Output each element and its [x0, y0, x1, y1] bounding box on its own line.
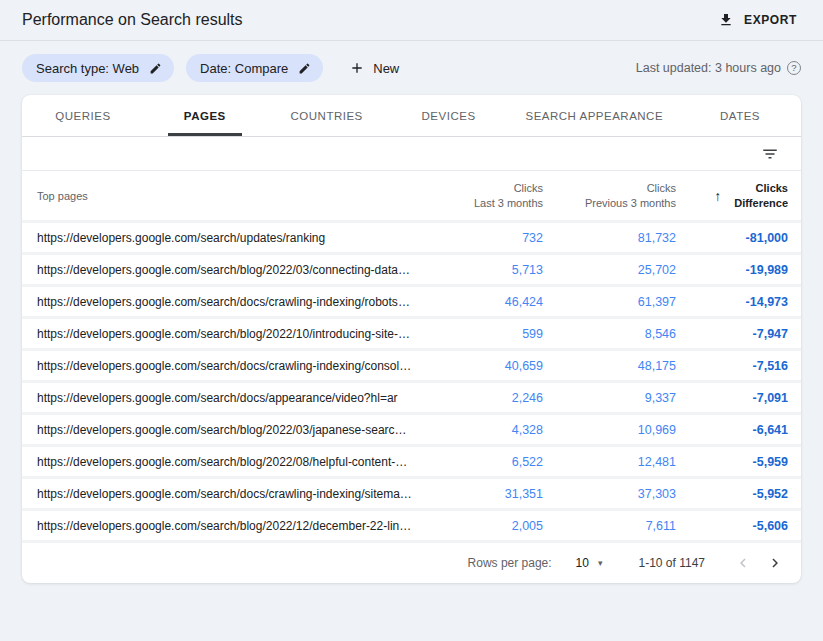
tab-search-appearance[interactable]: SEARCH APPEARANCE	[510, 95, 680, 136]
table-row[interactable]: https://developers.google.com/search/upd…	[22, 223, 801, 255]
export-button[interactable]: EXPORT	[716, 8, 799, 32]
date-compare-chip[interactable]: Date: Compare	[186, 54, 323, 82]
tab-devices[interactable]: DEVICES	[388, 95, 510, 136]
search-type-chip[interactable]: Search type: Web	[22, 54, 174, 82]
page-url: https://developers.google.com/search/doc…	[37, 391, 423, 405]
rows-per-page-value: 10	[576, 556, 589, 570]
clicks-difference-value: -6,641	[676, 423, 788, 437]
tab-queries[interactable]: QUERIES	[22, 95, 144, 136]
clicks-previous-value: 8,546	[543, 327, 676, 341]
clicks-last-value: 6,522	[423, 455, 543, 469]
plus-icon	[349, 60, 365, 76]
table-row[interactable]: https://developers.google.com/search/blo…	[22, 511, 801, 543]
column-header-clicks-difference[interactable]: ↑ Clicks Difference	[676, 181, 788, 211]
filter-table-button[interactable]	[759, 143, 781, 165]
last-updated-text: Last updated: 3 hours ago	[636, 61, 781, 75]
tab-countries[interactable]: COUNTRIES	[266, 95, 388, 136]
chevron-right-icon	[766, 554, 784, 572]
page-url: https://developers.google.com/search/blo…	[37, 423, 423, 437]
page-url: https://developers.google.com/search/blo…	[37, 327, 423, 341]
new-filter-button[interactable]: New	[343, 59, 405, 77]
page-url: https://developers.google.com/search/blo…	[37, 519, 423, 533]
edit-pencil-icon	[298, 62, 311, 75]
previous-page-button[interactable]	[727, 547, 759, 579]
clicks-previous-value: 10,969	[543, 423, 676, 437]
next-page-button[interactable]	[759, 547, 791, 579]
page-url: https://developers.google.com/search/blo…	[37, 455, 423, 469]
pagination-range: 1-10 of 1147	[639, 556, 706, 570]
table-row[interactable]: https://developers.google.com/search/blo…	[22, 319, 801, 351]
clicks-previous-value: 48,175	[543, 359, 676, 373]
clicks-previous-value: 12,481	[543, 455, 676, 469]
clicks-last-value: 31,351	[423, 487, 543, 501]
table-row[interactable]: https://developers.google.com/search/doc…	[22, 351, 801, 383]
clicks-previous-value: 37,303	[543, 487, 676, 501]
sort-ascending-icon: ↑	[714, 188, 721, 204]
page-url: https://developers.google.com/search/blo…	[37, 263, 423, 277]
page-url: https://developers.google.com/search/doc…	[37, 487, 423, 501]
clicks-difference-value: -5,959	[676, 455, 788, 469]
export-label: EXPORT	[744, 13, 797, 27]
edit-pencil-icon	[149, 62, 162, 75]
filter-bar: Search type: Web Date: Compare New Last …	[0, 41, 823, 95]
chevron-down-icon: ▾	[598, 558, 603, 568]
clicks-difference-value: -5,952	[676, 487, 788, 501]
top-bar: Performance on Search results EXPORT	[0, 0, 823, 40]
clicks-previous-value: 25,702	[543, 263, 676, 277]
column-header-top-pages: Top pages	[37, 190, 423, 202]
clicks-difference-value: -14,973	[676, 295, 788, 309]
clicks-difference-value: -7,091	[676, 391, 788, 405]
tab-pages[interactable]: PAGES	[144, 95, 266, 136]
clicks-previous-value: 81,732	[543, 231, 676, 245]
table-row[interactable]: https://developers.google.com/search/blo…	[22, 415, 801, 447]
clicks-last-value: 5,713	[423, 263, 543, 277]
rows-per-page-label: Rows per page:	[468, 556, 552, 570]
page-url: https://developers.google.com/search/doc…	[37, 295, 423, 309]
table-row[interactable]: https://developers.google.com/search/blo…	[22, 255, 801, 287]
clicks-last-value: 40,659	[423, 359, 543, 373]
clicks-previous-value: 7,611	[543, 519, 676, 533]
clicks-difference-value: -5,606	[676, 519, 788, 533]
tab-dates[interactable]: DATES	[679, 95, 801, 136]
chevron-left-icon	[734, 554, 752, 572]
last-updated: Last updated: 3 hours ago ?	[636, 61, 801, 75]
page-url: https://developers.google.com/search/upd…	[37, 231, 423, 245]
clicks-difference-value: -7,516	[676, 359, 788, 373]
clicks-last-value: 46,424	[423, 295, 543, 309]
table-footer: Rows per page: 10 ▾ 1-10 of 1147	[22, 543, 801, 583]
page-title: Performance on Search results	[22, 11, 243, 29]
clicks-last-value: 732	[423, 231, 543, 245]
search-type-chip-label: Search type: Web	[36, 61, 139, 76]
clicks-previous-value: 9,337	[543, 391, 676, 405]
table-header-row: Top pages Clicks Last 3 months Clicks Pr…	[22, 171, 801, 223]
table-row[interactable]: https://developers.google.com/search/doc…	[22, 383, 801, 415]
clicks-last-value: 599	[423, 327, 543, 341]
clicks-difference-value: -81,000	[676, 231, 788, 245]
column-header-clicks-previous[interactable]: Clicks Previous 3 months	[543, 181, 676, 211]
table-toolbar	[22, 137, 801, 171]
table-rows: https://developers.google.com/search/upd…	[22, 223, 801, 543]
clicks-difference-value: -19,989	[676, 263, 788, 277]
table-row[interactable]: https://developers.google.com/search/doc…	[22, 479, 801, 511]
clicks-previous-value: 61,397	[543, 295, 676, 309]
clicks-last-value: 4,328	[423, 423, 543, 437]
date-compare-chip-label: Date: Compare	[200, 61, 288, 76]
dimension-tabs: QUERIES PAGES COUNTRIES DEVICES SEARCH A…	[22, 95, 801, 137]
column-header-clicks-last[interactable]: Clicks Last 3 months	[423, 181, 543, 211]
help-icon[interactable]: ?	[787, 61, 801, 75]
download-icon	[718, 12, 734, 28]
clicks-difference-value: -7,947	[676, 327, 788, 341]
filter-list-icon	[761, 145, 779, 163]
performance-card: QUERIES PAGES COUNTRIES DEVICES SEARCH A…	[22, 95, 801, 583]
page-url: https://developers.google.com/search/doc…	[37, 359, 423, 373]
clicks-last-value: 2,246	[423, 391, 543, 405]
table-row[interactable]: https://developers.google.com/search/doc…	[22, 287, 801, 319]
new-filter-label: New	[373, 61, 399, 76]
clicks-last-value: 2,005	[423, 519, 543, 533]
table-row[interactable]: https://developers.google.com/search/blo…	[22, 447, 801, 479]
rows-per-page-select[interactable]: 10 ▾	[570, 555, 609, 571]
